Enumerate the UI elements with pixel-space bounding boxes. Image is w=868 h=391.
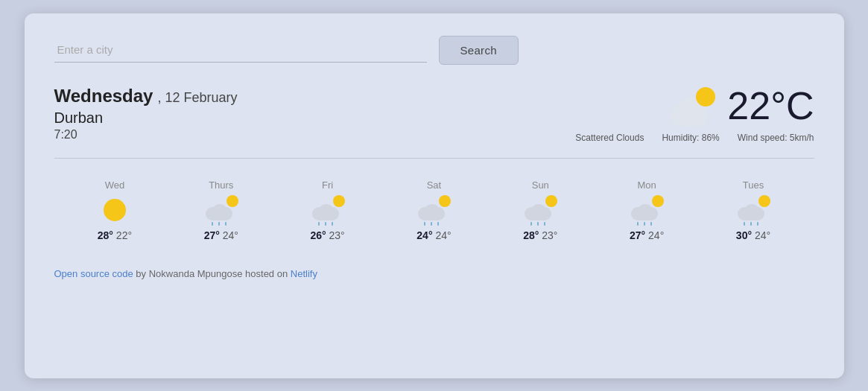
forecast-day: Mon 27° 24° — [609, 179, 684, 241]
forecast-icon — [415, 195, 452, 225]
weather-right: 22°C Scattered Clouds Humidity: 86% Wind… — [575, 86, 814, 143]
forecast-day: Tues 30° 24° — [716, 179, 791, 241]
cloud-body-part — [671, 104, 708, 127]
forecast-icon — [735, 195, 772, 225]
forecast-icon — [628, 195, 665, 225]
forecast-temps: 28° 23° — [523, 229, 557, 241]
forecast-day-name: Tues — [743, 179, 764, 191]
forecast-day: Wed 28° 22° — [77, 179, 152, 241]
forecast-icon — [522, 195, 559, 225]
current-weather-icon — [663, 86, 715, 127]
open-source-link[interactable]: Open source code — [54, 268, 133, 279]
weather-main: Wednesday , 12 February Durban 7:20 22°C… — [54, 86, 814, 143]
humidity-label: Humidity: 86% — [662, 133, 719, 143]
forecast-temps: 27° 24° — [630, 229, 664, 241]
forecast-row: Wed 28° 22°Thurs 27° 24°Fri — [54, 179, 814, 241]
forecast-temps: 27° 24° — [204, 229, 238, 241]
search-row: Search — [54, 36, 814, 65]
divider — [54, 158, 814, 159]
forecast-temps: 26° 23° — [310, 229, 344, 241]
footer: Open source code by Nokwanda Mpungose ho… — [54, 268, 814, 279]
forecast-day-name: Sat — [427, 179, 442, 191]
weather-details: Scattered Clouds Humidity: 86% Wind spee… — [575, 133, 814, 143]
forecast-day-name: Wed — [105, 179, 125, 191]
time-display: 7:20 — [54, 128, 238, 142]
netlify-link[interactable]: Netlify — [291, 268, 317, 279]
forecast-icon — [203, 195, 240, 225]
wind-label: Wind speed: 5km/h — [738, 133, 814, 143]
date-text: , 12 February — [158, 90, 238, 105]
forecast-day-name: Fri — [322, 179, 333, 191]
forecast-temps: 28° 22° — [98, 229, 132, 241]
forecast-icon — [96, 195, 133, 225]
forecast-day-name: Sun — [532, 179, 549, 191]
forecast-day: Sun 28° 23° — [503, 179, 577, 241]
forecast-temps: 24° 24° — [416, 229, 451, 241]
weather-left: Wednesday , 12 February Durban 7:20 — [54, 86, 238, 142]
city-search-input[interactable] — [54, 37, 427, 63]
date-line: Wednesday , 12 February — [54, 86, 238, 107]
forecast-day-name: Mon — [637, 179, 656, 191]
forecast-day: Sat 24° 24° — [396, 179, 471, 241]
forecast-day: Fri 26° 23° — [291, 179, 365, 241]
forecast-icon — [309, 195, 346, 225]
day-name: Wednesday — [54, 86, 153, 106]
footer-by-text: by Nokwanda Mpungose hosted on — [136, 268, 290, 279]
current-temperature: 22°C — [727, 86, 814, 125]
sun-part — [696, 87, 715, 107]
city-name: Durban — [54, 109, 238, 127]
forecast-day: Thurs 27° 24° — [184, 179, 259, 241]
forecast-temps: 30° 24° — [736, 229, 770, 241]
app-container: Search Wednesday , 12 February Durban 7:… — [25, 13, 844, 378]
forecast-day-name: Thurs — [209, 179, 233, 191]
temp-icon-row: 22°C — [663, 86, 814, 127]
search-button[interactable]: Search — [439, 36, 519, 65]
condition-label: Scattered Clouds — [575, 133, 644, 143]
